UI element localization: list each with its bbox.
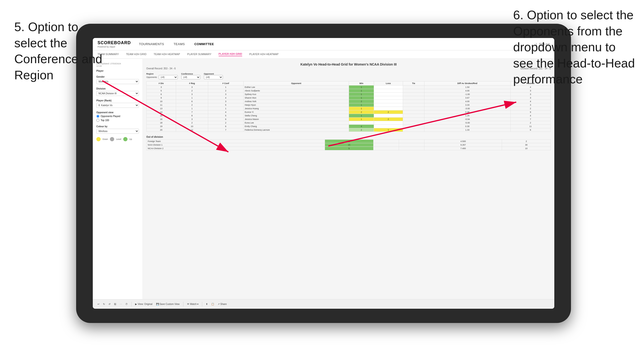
cell-reg: 10 <box>176 125 208 128</box>
toolbar-clipboard[interactable]: 📋 <box>211 303 214 305</box>
sidebar-colour-by-select[interactable]: Win/loss <box>96 129 139 134</box>
cell-opponent: Stella Cheng <box>243 114 349 118</box>
cell-tie <box>403 107 424 110</box>
cell-opponent: Sharon Mun <box>243 96 349 100</box>
filter-conference-label: Conference <box>181 73 200 75</box>
toolbar-undo2[interactable]: ↺ <box>108 303 110 305</box>
nav-tournaments[interactable]: TOURNAMENTS <box>139 42 164 46</box>
tablet-frame: SCOREBOARD Powered by clippd TOURNAMENTS… <box>76 24 571 323</box>
table-row: 6 3 3 Sydney Kuo 1 -1.00 3 <box>146 93 551 96</box>
cell-reg: 7 <box>176 110 208 114</box>
cell-loss <box>374 100 403 103</box>
toolbar-undo[interactable]: ↩ <box>98 303 100 305</box>
cell-conf: 2 <box>208 89 243 93</box>
filter-opponent-select[interactable]: (All) <box>204 75 223 79</box>
ood-cell-tie <box>399 147 424 150</box>
ood-cell-win: 5 <box>325 147 374 150</box>
cell-reg: 3 <box>176 118 208 121</box>
cell-div: 10 <box>146 100 176 103</box>
subnav-player-h2h-heatmap[interactable]: PLAYER H2H HEATMAP <box>249 53 278 56</box>
cell-opponent: Heejo Hyun <box>243 103 349 107</box>
radio-opponents-played[interactable]: Opponents Played <box>96 115 139 118</box>
cell-opponent: Jessica Huang <box>243 107 349 110</box>
toolbar-upload[interactable]: ⬆ <box>206 303 208 305</box>
toolbar-share[interactable]: ↗ Share <box>218 303 226 305</box>
cell-win: 4 <box>349 125 374 128</box>
cell-loss <box>374 85 403 89</box>
cell-tie <box>403 114 424 118</box>
table-row: 19 10 6 Emily Chang 4 0.30 11 <box>146 125 551 128</box>
ood-cell-tie <box>399 143 424 147</box>
table-row: 15 8 5 Stella Cheng 1 1.25 4 <box>146 114 551 118</box>
cell-conf: 2 <box>208 121 243 125</box>
radio-top100[interactable]: Top 100 <box>96 119 139 122</box>
sidebar-colour-by-label: Colour by <box>96 125 139 128</box>
toolbar-clock[interactable]: ⏱ <box>125 303 128 305</box>
sidebar-division-select[interactable]: NCAA Division III <box>96 91 139 96</box>
cell-reg: 2 <box>176 89 208 93</box>
sub-nav: TEAM SUMMARY TEAM H2H GRID TEAM H2H HEAT… <box>93 50 554 59</box>
cell-loss <box>374 107 403 110</box>
cell-reg: 8 <box>176 114 208 118</box>
sidebar-player-rank-select[interactable]: 8. Katelyn Vo <box>96 103 139 108</box>
sidebar-division-section: Division NCAA Division III <box>96 87 139 96</box>
toolbar-link[interactable]: ⛓ <box>114 303 116 305</box>
cell-reg: 3 <box>176 85 208 89</box>
out-of-division-table: Foreign Team 1 4.500 2 NAIA Division 1 1… <box>146 139 551 150</box>
cell-tie <box>403 100 424 103</box>
filter-section: Region Opponents: (All) Conference (All) <box>146 73 551 79</box>
nav-committee[interactable]: COMMITTEE <box>194 42 214 46</box>
cell-diff: 4.00 <box>424 89 510 93</box>
dot-up <box>123 137 128 141</box>
sidebar-player-rank-label: Player (Rank) <box>96 99 139 102</box>
toolbar-view-original[interactable]: ▶ View: Original <box>135 303 152 305</box>
cell-loss <box>374 93 403 96</box>
cell-win: 2 <box>349 128 374 132</box>
toolbar-dot[interactable]: · · <box>120 303 122 305</box>
cell-loss <box>374 103 403 107</box>
overall-record: Overall Record: 353 - 34 - 6 <box>146 67 176 70</box>
filter-conference-select[interactable]: (All) <box>181 75 200 79</box>
subnav-team-h2h-heatmap[interactable]: TEAM H2H HEATMAP <box>154 53 180 56</box>
cell-rounds: 3 <box>510 103 551 107</box>
cell-div: 11 <box>146 103 176 107</box>
th-win: Win <box>349 81 374 85</box>
sidebar-radio-group: Opponents Played Top 100 <box>96 115 139 122</box>
cell-tie <box>403 121 424 125</box>
cell-conf: 5 <box>208 103 243 107</box>
cell-opponent: Jessica Mason <box>243 118 349 121</box>
cell-loss <box>374 96 403 100</box>
cell-reg: 1 <box>176 107 208 110</box>
ood-cell-rounds: 10 <box>502 147 551 150</box>
toolbar-save-custom[interactable]: 💾 Save Custom View <box>156 303 180 305</box>
filter-opponent-col: Opponent (All) <box>204 73 223 79</box>
cell-reg: 2 <box>176 103 208 107</box>
toolbar-redo[interactable]: ↻ <box>103 303 105 305</box>
nav-teams[interactable]: TEAMS <box>174 42 185 46</box>
cell-loss: 2 <box>374 118 403 121</box>
table-row: 18 2 2 Euna Lee -5.00 2 <box>146 121 551 125</box>
ood-cell-label: NCAA Division 2 <box>146 147 325 150</box>
cell-tie <box>403 96 424 100</box>
cell-win: 1 <box>349 118 374 121</box>
cell-reg: 1 <box>176 96 208 100</box>
cell-diff: 0.30 <box>424 125 510 128</box>
cell-diff: 3.67 <box>424 96 510 100</box>
subnav-player-h2h-grid[interactable]: PLAYER H2H GRID <box>219 52 242 56</box>
table-row: 9 1 4 Sharon Mun 1 3.67 3 <box>146 96 551 100</box>
cell-win: 1 <box>349 96 374 100</box>
filter-region-select[interactable]: (All) <box>159 75 178 79</box>
nav-items: TOURNAMENTS TEAMS COMMITTEE <box>139 42 536 46</box>
ood-cell-label: NAIA Division 1 <box>146 143 325 147</box>
subnav-player-summary[interactable]: PLAYER SUMMARY <box>187 53 212 56</box>
cell-rounds: 9 <box>510 110 551 114</box>
ood-cell-diff: 4.500 <box>424 140 502 143</box>
toolbar-watch[interactable]: 👁 Watch ▾ <box>187 303 199 305</box>
cell-conf: 1 <box>208 107 243 110</box>
ood-cell-diff: 7.400 <box>424 147 502 150</box>
main-content: Last Updated: 27/03/2024 12:44 Player Ge… <box>93 59 554 299</box>
th-tie: Tie <box>403 81 424 85</box>
subnav-team-h2h-grid[interactable]: TEAM H2H GRID <box>126 53 146 56</box>
cell-rounds: 7 <box>510 118 551 121</box>
table-row: 14 7 4 Eunice Yi 2 2 0.38 9 <box>146 110 551 114</box>
